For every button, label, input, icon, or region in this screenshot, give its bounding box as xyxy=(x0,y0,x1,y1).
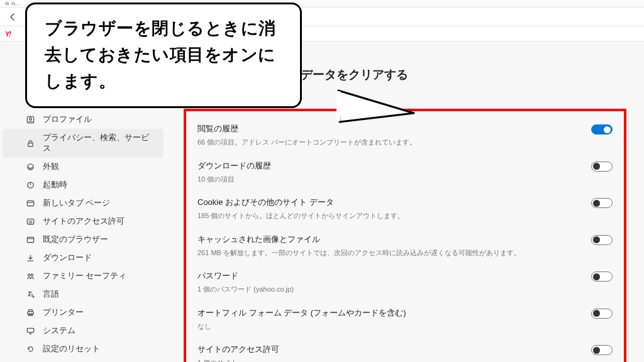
svg-rect-6 xyxy=(27,219,33,224)
tab-label: G… xyxy=(11,1,20,6)
sidebar-item-newtab[interactable]: 新しいタブ ページ xyxy=(3,194,164,212)
sidebar-item-lock[interactable]: プライバシー、検索、サービス xyxy=(3,129,164,158)
svg-point-8 xyxy=(28,274,30,276)
clear-data-item-desc: 261 MB を解放します。一部のサイトでは、次回のアクセス時に読み込みが遅くな… xyxy=(197,248,521,258)
sidebar-item-label: ファミリー セーフティ xyxy=(43,271,126,282)
sidebar-item-label: ダウンロード xyxy=(43,253,92,263)
sidebar-item-label: プライバシー、検索、サービス xyxy=(43,133,156,154)
svg-point-1 xyxy=(29,118,31,120)
permissions-icon xyxy=(25,217,35,227)
toggle-switch[interactable] xyxy=(591,345,613,355)
sidebar-item-label: 既定のブラウザー xyxy=(43,234,108,245)
sidebar-item-family[interactable]: ファミリー セーフティ xyxy=(3,267,164,285)
svg-rect-13 xyxy=(27,328,33,332)
clear-data-item-desc: なし xyxy=(197,321,406,332)
sidebar-item-label: 新しいタブ ページ xyxy=(43,198,110,209)
lock-icon xyxy=(25,138,35,148)
clear-data-item-title: パスワード xyxy=(197,270,294,282)
appearance-icon xyxy=(25,162,35,172)
clear-data-item: オートフィル フォーム データ (フォームやカードを含む)なし xyxy=(197,302,613,339)
clear-data-item-desc: 10 個の項目 xyxy=(197,174,271,185)
sidebar-item-label: システム xyxy=(43,326,75,336)
clear-data-item: ダウンロードの履歴10 個の項目 xyxy=(197,155,613,192)
toggle-switch[interactable] xyxy=(591,235,613,245)
svg-rect-5 xyxy=(27,200,33,206)
family-icon xyxy=(25,272,35,282)
svg-rect-11 xyxy=(28,310,32,312)
clear-data-item: キャッシュされた画像とファイル261 MB を解放します。一部のサイトでは、次回… xyxy=(197,228,613,265)
reset-icon xyxy=(25,344,35,354)
sidebar-item-label: 設定のリセット xyxy=(43,344,100,354)
sidebar-item-system[interactable]: システム xyxy=(3,322,164,340)
toggle-switch[interactable] xyxy=(591,124,613,134)
toggle-switch[interactable] xyxy=(591,272,613,282)
svg-point-9 xyxy=(31,274,33,276)
language-icon xyxy=(25,290,35,300)
newtab-icon xyxy=(25,199,35,209)
clear-data-item: パスワード1 個のパスワード (yahoo.co.jp) xyxy=(197,265,613,302)
sidebar-item-label: 外観 xyxy=(43,162,59,172)
sidebar-item-phone[interactable]: スマートフォンとその他のデバイス xyxy=(3,358,164,362)
svg-rect-2 xyxy=(28,143,33,146)
back-button[interactable] xyxy=(5,9,20,25)
sidebar-item-label: 起動時 xyxy=(43,180,67,190)
clear-data-item-title: キャッシュされた画像とファイル xyxy=(197,234,521,245)
download-icon xyxy=(25,253,35,263)
clear-data-item: サイトのアクセス許可1 個のサイト xyxy=(197,338,613,362)
sidebar-item-label: プロファイル xyxy=(43,114,92,125)
startup-icon xyxy=(25,180,35,190)
sidebar-item-reset[interactable]: 設定のリセット xyxy=(3,340,164,358)
clear-data-item-desc: 1 個のパスワード (yahoo.co.jp) xyxy=(197,284,294,295)
sidebar-item-label: プリンター xyxy=(43,307,84,318)
toggle-switch[interactable] xyxy=(591,162,613,172)
system-icon xyxy=(25,326,35,336)
yahoo-bookmark-icon[interactable]: Y! xyxy=(5,30,11,38)
clear-data-item-title: オートフィル フォーム データ (フォームやカードを含む) xyxy=(197,307,406,319)
sidebar-item-profile[interactable]: プロファイル xyxy=(3,111,164,129)
toggle-switch[interactable] xyxy=(591,198,613,208)
clear-data-item-title: サイトのアクセス許可 xyxy=(197,344,279,355)
sidebar-item-startup[interactable]: 起動時 xyxy=(3,176,164,194)
clear-data-item-desc: 1 個のサイト xyxy=(197,358,279,362)
toggle-switch[interactable] xyxy=(591,309,613,319)
sidebar-item-permissions[interactable]: サイトのアクセス許可 xyxy=(3,212,164,231)
clear-data-item-title: ダウンロードの履歴 xyxy=(197,160,271,172)
profile-icon xyxy=(25,115,35,125)
sidebar-item-label: 言語 xyxy=(43,289,59,300)
clear-data-item-title: Cookie およびその他のサイト データ xyxy=(197,197,404,208)
printer-icon xyxy=(25,308,35,318)
sidebar-item-label: サイトのアクセス許可 xyxy=(43,216,125,227)
callout-bubble: ブラウザーを閉じるときに消去しておきたい項目をオンにします。 xyxy=(25,3,302,108)
sidebar-item-default[interactable]: 既定のブラウザー xyxy=(3,231,164,249)
sidebar-item-language[interactable]: 言語 xyxy=(3,285,164,304)
sidebar-item-appearance[interactable]: 外観 xyxy=(3,158,164,176)
clear-data-item: Cookie およびその他のサイト データ185 個のサイトから。ほとんどのサイ… xyxy=(197,191,613,228)
sidebar-item-download[interactable]: ダウンロード xyxy=(3,249,164,267)
default-icon xyxy=(25,235,35,245)
sidebar-item-printer[interactable]: プリンター xyxy=(3,304,164,322)
clear-data-item-desc: 185 個のサイトから。ほとんどのサイトからサインアウトします。 xyxy=(197,211,404,221)
callout-text: ブラウザーを閉じるときに消去しておきたい項目をオンにします。 xyxy=(25,3,302,108)
svg-rect-7 xyxy=(27,237,33,242)
